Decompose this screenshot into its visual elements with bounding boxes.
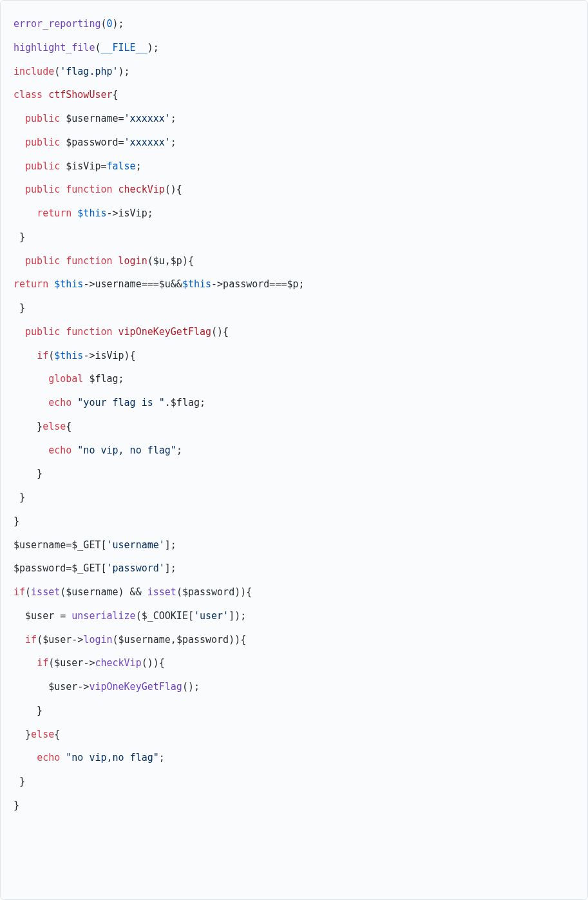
code-token: if xyxy=(37,657,48,669)
code-token xyxy=(113,326,119,338)
code-token: $username xyxy=(66,586,118,598)
code-token: ( xyxy=(60,586,66,598)
code-token: vipOneKeyGetFlag xyxy=(89,681,182,693)
code-line: $user->vipOneKeyGetFlag(); xyxy=(14,681,200,693)
code-token: echo xyxy=(37,752,60,763)
code-token xyxy=(113,184,119,195)
code-token: (){ xyxy=(211,326,229,338)
code-token: public xyxy=(25,326,60,338)
code-token: ); xyxy=(119,66,130,77)
code-token: global xyxy=(48,373,83,385)
code-token: function xyxy=(66,184,112,195)
code-token: ( xyxy=(48,350,54,361)
code-token: $password xyxy=(14,562,66,574)
code-token: )){ xyxy=(234,586,252,598)
code-token: ->password=== xyxy=(211,278,287,290)
code-token: ; xyxy=(299,278,305,290)
code-token: checkVip xyxy=(95,657,141,669)
code-line: if($user->login($username,$password)){ xyxy=(14,634,246,646)
code-token: $isVip xyxy=(66,160,100,172)
code-token xyxy=(14,445,48,456)
code-token: ); xyxy=(147,42,159,53)
code-token: $password xyxy=(66,137,118,148)
code-token: else xyxy=(43,421,66,432)
code-line: } xyxy=(14,468,43,479)
code-token: $username xyxy=(66,113,118,124)
code-line: return $this->isVip; xyxy=(14,207,153,219)
code-token: $_GET xyxy=(71,562,100,574)
code-token: highlight_file xyxy=(14,42,95,53)
code-token: } xyxy=(14,231,25,243)
code-token: $user xyxy=(25,610,54,622)
code-block: error_reporting(0); highlight_file(__FIL… xyxy=(0,0,588,900)
code-token: )){ xyxy=(229,634,246,646)
code-token: ( xyxy=(48,657,54,669)
code-line: $user = unserialize($_COOKIE['user']); xyxy=(14,610,246,622)
code-token: } xyxy=(14,421,43,432)
code-token: -> xyxy=(83,657,95,669)
code-token: 'xxxxxx' xyxy=(124,113,171,124)
code-token: } xyxy=(14,729,31,740)
code-token xyxy=(14,657,37,669)
code-line: public function vipOneKeyGetFlag(){ xyxy=(14,326,229,338)
code-token: public xyxy=(25,160,60,172)
code-token: ; xyxy=(176,445,182,456)
code-token: . xyxy=(165,397,171,408)
code-token xyxy=(14,184,25,195)
code-token: = xyxy=(54,610,71,622)
code-token xyxy=(14,752,37,763)
code-token: 'password' xyxy=(107,562,165,574)
code-token: ]; xyxy=(165,562,176,574)
code-line: global $flag; xyxy=(14,373,124,385)
code-token: unserialize xyxy=(71,610,135,622)
code-token: 0 xyxy=(107,18,113,30)
code-line: error_reporting(0); xyxy=(14,18,124,30)
code-token: $password xyxy=(182,586,234,598)
code-line: if($this->isVip){ xyxy=(14,350,136,361)
code-token: ; xyxy=(159,752,165,763)
code-token: if xyxy=(37,350,48,361)
code-line: public $isVip=false; xyxy=(14,160,142,172)
code-line: public $password='xxxxxx'; xyxy=(14,137,176,148)
code-line: $password=$_GET['password']; xyxy=(14,562,176,574)
code-token xyxy=(14,350,37,361)
code-token: ) && xyxy=(119,586,147,598)
code-token: $u xyxy=(159,278,171,290)
code-line: }else{ xyxy=(14,421,71,432)
code-token: $u xyxy=(153,255,165,267)
code-token: ); xyxy=(113,18,124,30)
code-line: $username=$_GET['username']; xyxy=(14,539,176,551)
code-token: } xyxy=(14,515,19,527)
code-token xyxy=(14,326,25,338)
code-token xyxy=(113,255,119,267)
code-token: ->username=== xyxy=(83,278,158,290)
code-token: ( xyxy=(136,610,142,622)
code-token xyxy=(14,634,25,646)
code-token: } xyxy=(14,492,25,503)
code-token: { xyxy=(66,421,71,432)
code-token: } xyxy=(14,468,43,479)
code-token: $flag xyxy=(171,397,200,408)
code-token: ( xyxy=(147,255,153,267)
code-token: if xyxy=(14,586,25,598)
code-token: false xyxy=(107,160,136,172)
code-token: $this xyxy=(182,278,211,290)
code-line: } xyxy=(14,515,19,527)
code-line: class ctfShowUser{ xyxy=(14,89,119,101)
code-token: $password xyxy=(176,634,229,646)
code-line: } xyxy=(14,776,25,787)
code-token: ]); xyxy=(229,610,246,622)
code-token: vipOneKeyGetFlag xyxy=(119,326,212,338)
code-token: ; xyxy=(171,113,176,124)
code-line: }else{ xyxy=(14,729,60,740)
code-token: else xyxy=(31,729,54,740)
code-token: -> xyxy=(71,634,83,646)
code-token: $_GET xyxy=(71,539,100,551)
code-token: include xyxy=(14,66,54,77)
code-token: = xyxy=(119,113,124,124)
code-token: { xyxy=(113,89,119,101)
code-token: public xyxy=(25,255,60,267)
code-token xyxy=(43,89,48,101)
code-token: class xyxy=(14,89,43,101)
code-token: } xyxy=(14,705,43,716)
